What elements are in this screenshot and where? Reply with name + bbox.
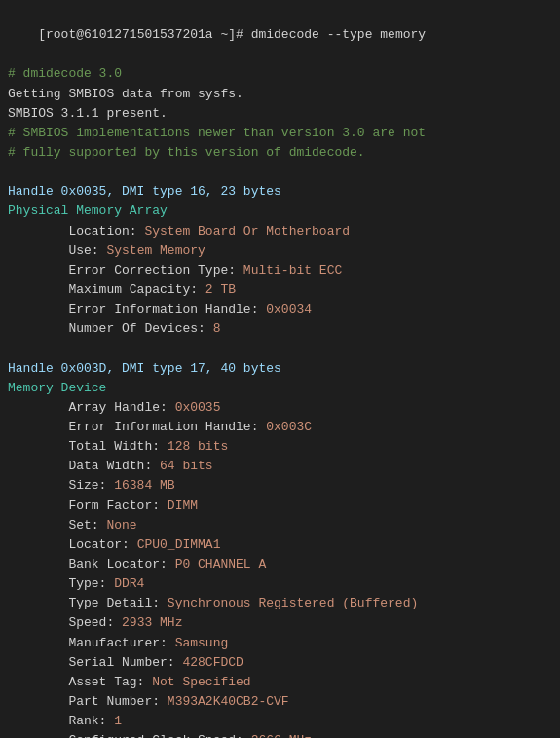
terminal-line: Physical Memory Array [8,202,552,221]
terminal-line: Data Width: 64 bits [8,457,552,476]
field-value: 64 bits [160,459,213,473]
terminal-line: Handle 0x0035, DMI type 16, 23 bytes [8,182,552,202]
field-value: 8 [213,321,221,336]
field-label: Rank: [8,714,114,728]
terminal-line: Rank: 1 [8,712,552,731]
terminal-line: Manufacturer: Samsung [8,634,552,653]
terminal-line: # SMBIOS implementations newer than vers… [8,124,552,143]
field-label: Total Width: [8,439,168,454]
field-value: 0x003C [266,420,312,434]
terminal-line: Array Handle: 0x0035 [8,398,552,418]
terminal-line: Getting SMBIOS data from sysfs. [8,85,552,104]
field-value: CPU0_DIMMA1 [137,537,221,552]
field-label: Form Factor: [8,498,168,513]
terminal-window: [root@6101271501537201a ~]# dmidecode --… [8,6,552,738]
field-label: Speed: [8,615,122,630]
terminal-line: # dmidecode 3.0 [8,64,552,84]
field-label: Configured Clock Speed: [8,733,251,738]
terminal-line: Form Factor: DIMM [8,497,552,516]
field-value: DDR4 [114,576,144,591]
field-label: Bank Locator: [8,557,175,572]
field-value: System Board Or Motherboard [144,224,350,239]
field-label: Asset Tag: [8,675,152,689]
field-label: Location: [8,224,144,239]
field-value: P0 CHANNEL A [175,557,267,572]
terminal-line [8,163,552,182]
prompt-text: [root@6101271501537201a ~]# [38,27,250,42]
terminal-line: Error Information Handle: 0x0034 [8,300,552,319]
terminal-line [8,339,552,358]
field-value: 428CFDCD [182,655,243,670]
field-value: None [106,518,136,533]
field-value: 0x0034 [266,302,312,316]
command-text: dmidecode --type memory [251,27,426,42]
field-value: 0x0035 [175,400,221,415]
terminal-line: Bank Locator: P0 CHANNEL A [8,555,552,574]
field-value: Not Specified [152,675,250,689]
field-label: Set: [8,518,106,533]
terminal-line: Handle 0x003D, DMI type 17, 40 bytes [8,359,552,379]
terminal-line: Use: System Memory [8,241,552,261]
field-label: Locator: [8,537,137,552]
field-label: Array Handle: [8,400,175,415]
terminal-line: Type: DDR4 [8,574,552,594]
field-value: Multi-bit ECC [243,263,342,277]
field-value: M393A2K40CB2-CVF [168,694,289,709]
field-value: 2666 MHz [251,733,312,738]
terminal-line: Error Information Handle: 0x003C [8,418,552,437]
field-label: Use: [8,243,106,258]
field-value: 1 [114,714,122,728]
field-value: Synchronous Registered (Buffered) [168,596,418,610]
field-label: Type Detail: [8,596,168,610]
terminal-line: Asset Tag: Not Specified [8,673,552,692]
terminal-line: Part Number: M393A2K40CB2-CVF [8,692,552,712]
terminal-line: Type Detail: Synchronous Registered (Buf… [8,594,552,613]
terminal-line: Number Of Devices: 8 [8,319,552,339]
terminal-line: Size: 16384 MB [8,476,552,496]
field-label: Part Number: [8,694,168,709]
field-value: Samsung [175,636,229,650]
field-label: Error Information Handle: [8,420,266,434]
field-label: Serial Number: [8,655,182,670]
field-value: 128 bits [168,439,228,454]
terminal-line: Maximum Capacity: 2 TB [8,280,552,300]
terminal-line: # fully supported by this version of dmi… [8,143,552,163]
terminal-line: Speed: 2933 MHz [8,613,552,633]
field-label: Size: [8,478,114,493]
field-label: Type: [8,576,114,591]
terminal-line: Total Width: 128 bits [8,437,552,457]
field-value: 16384 MB [114,478,174,493]
field-value: DIMM [168,498,198,513]
terminal-line: SMBIOS 3.1.1 present. [8,104,552,124]
terminal-line: Serial Number: 428CFDCD [8,653,552,673]
terminal-line: Location: System Board Or Motherboard [8,222,552,241]
field-value: 2933 MHz [122,615,182,630]
terminal-line: Memory Device [8,379,552,398]
terminal-output: # dmidecode 3.0Getting SMBIOS data from … [8,64,552,738]
terminal-line: Error Correction Type: Multi-bit ECC [8,261,552,280]
field-label: Manufacturer: [8,636,175,650]
terminal-line: Locator: CPU0_DIMMA1 [8,535,552,555]
field-label: Maximum Capacity: [8,282,205,297]
field-label: Number Of Devices: [8,321,213,336]
field-label: Error Correction Type: [8,263,243,277]
field-value: 2 TB [205,282,236,297]
terminal-line: Configured Clock Speed: 2666 MHz [8,731,552,738]
field-label: Error Information Handle: [8,302,266,316]
command-prompt: [root@6101271501537201a ~]# dmidecode --… [8,6,552,64]
field-value: System Memory [106,243,205,258]
terminal-line: Set: None [8,516,552,535]
field-label: Data Width: [8,459,160,473]
